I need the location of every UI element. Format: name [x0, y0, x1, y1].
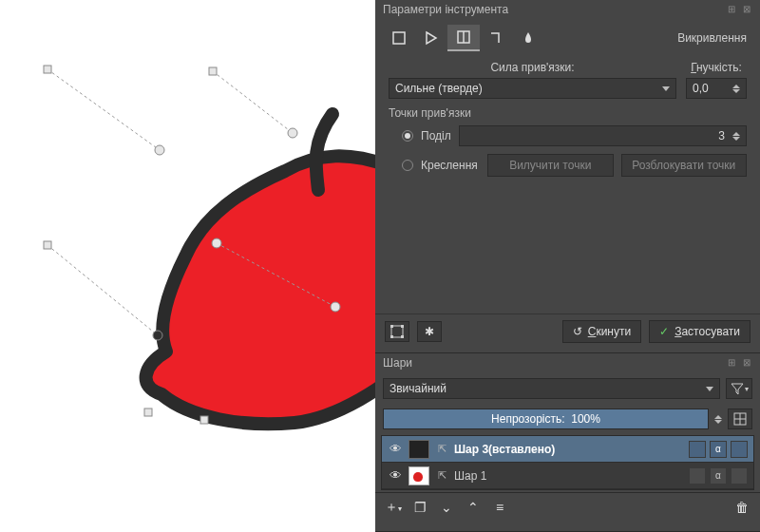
tool-options-panel: Параметри інструмента ⊞ ⊠ — [375, 0, 760, 353]
layer-lock-icon[interactable] — [689, 441, 706, 458]
delete-layer-button[interactable]: 🗑 — [733, 500, 750, 515]
panel-close-icon[interactable]: ⊠ — [743, 358, 752, 368]
subdiv-spinbox[interactable]: 3 — [459, 125, 747, 146]
deform-tab-5[interactable] — [512, 25, 544, 51]
draw-radio-label: Креслення — [421, 159, 480, 172]
apply-button[interactable]: ✓ Застосувати — [649, 320, 750, 343]
panel-menu-icon[interactable]: ⊞ — [728, 358, 737, 368]
chevron-up-icon[interactable] — [732, 85, 740, 88]
svg-marker-14 — [427, 32, 436, 44]
svg-point-9 — [155, 145, 164, 155]
anchors-section-label: Точки прив'язки — [389, 106, 747, 120]
subdiv-radio-row[interactable]: Поділ 3 — [402, 125, 747, 146]
svg-point-12 — [331, 302, 340, 312]
reset-button-label: Скинути — [588, 325, 631, 338]
layer-extra-icon[interactable] — [731, 441, 748, 458]
svg-rect-7 — [144, 408, 152, 416]
apply-icon: ✓ — [659, 325, 669, 338]
panel-close-icon[interactable]: ⊠ — [743, 5, 752, 14]
svg-rect-13 — [393, 32, 405, 44]
unlock-points-button: Розблокувати точки — [621, 154, 748, 177]
transform-aux-button[interactable]: ✱ — [417, 321, 442, 342]
move-layer-up-button[interactable]: ⌃ — [465, 500, 482, 515]
split-icon — [456, 29, 471, 45]
svg-rect-6 — [44, 241, 51, 249]
layer-name[interactable]: Шар 3(вставлено) — [454, 443, 683, 456]
move-layer-down-button[interactable]: ⌄ — [438, 500, 455, 515]
chevron-down-icon: ▾ — [745, 385, 749, 393]
layers-panel: Шари ⊞ ⊠ Звичайний ▾ Непрозорість: — [375, 353, 760, 532]
chevron-down-icon[interactable] — [714, 420, 722, 424]
radio-unchecked-icon — [402, 160, 413, 171]
svg-rect-21 — [401, 335, 404, 338]
layers-title: Шари — [383, 356, 412, 370]
deform-tab-3[interactable] — [447, 25, 480, 51]
svg-rect-18 — [390, 325, 393, 328]
deform-tab-2[interactable] — [415, 25, 447, 51]
visibility-toggle[interactable]: 👁 — [388, 468, 403, 483]
deform-tab-4[interactable] — [480, 25, 512, 51]
layer-link-icon[interactable]: ⇱ — [435, 469, 448, 482]
svg-point-11 — [212, 238, 221, 248]
layer-alpha-icon[interactable]: α — [710, 467, 727, 484]
chevron-up-icon[interactable] — [714, 415, 722, 419]
opacity-spin-buttons[interactable] — [714, 415, 722, 424]
layer-name[interactable]: Шар 1 — [454, 469, 683, 483]
layer-thumbnail[interactable] — [408, 466, 429, 485]
svg-line-2 — [48, 245, 158, 335]
opacity-extra-button[interactable] — [728, 408, 752, 429]
draw-radio-row[interactable]: Креслення Вилучити точки Розблокувати то… — [402, 154, 747, 177]
apply-button-label: Застосувати — [674, 325, 740, 338]
opacity-label: Непрозорість: — [491, 412, 565, 426]
chevron-down-icon — [662, 86, 670, 91]
opacity-value: 100% — [571, 412, 600, 426]
opacity-slider[interactable]: Непрозорість: 100% — [383, 408, 709, 429]
layer-thumbnail[interactable] — [408, 440, 429, 459]
chevron-down-icon[interactable] — [732, 137, 740, 141]
funnel-icon — [731, 382, 744, 395]
aux-icon: ✱ — [425, 325, 434, 338]
blend-mode-combo[interactable]: Звичайний — [383, 378, 720, 399]
subdiv-radio-label: Поділ — [421, 129, 451, 142]
artwork-svg — [0, 0, 390, 532]
svg-line-1 — [213, 71, 293, 133]
panel-menu-icon[interactable]: ⊞ — [728, 5, 737, 14]
duplicate-layer-button[interactable]: ❐ — [411, 500, 428, 515]
svg-line-0 — [48, 69, 160, 150]
layer-row[interactable]: 👁 ⇱ Шар 1 α — [382, 463, 753, 489]
apple-shape — [146, 156, 390, 424]
reset-button[interactable]: ↺ Скинути — [562, 320, 641, 343]
flex-label: Гнучкість: — [686, 61, 747, 74]
transform-bounds-button[interactable] — [385, 321, 409, 342]
flex-spinbox[interactable]: 0,0 — [686, 78, 747, 99]
bounds-icon — [390, 325, 404, 338]
tool-options-title: Параметри інструмента — [383, 3, 508, 16]
square-icon — [391, 30, 407, 46]
reset-icon: ↺ — [573, 325, 582, 338]
drop-icon — [521, 30, 536, 46]
canvas[interactable] — [0, 0, 384, 532]
binding-strength-label: Сила прив'язки: — [389, 61, 676, 74]
layer-link-icon[interactable]: ⇱ — [435, 443, 448, 455]
layer-extra-icon[interactable] — [731, 467, 748, 484]
deform-handle-active[interactable] — [153, 331, 162, 340]
add-layer-button[interactable]: ＋▾ — [385, 499, 402, 516]
subdiv-value: 3 — [718, 129, 725, 142]
layer-filter-button[interactable]: ▾ — [726, 378, 752, 399]
radio-checked-icon — [402, 130, 413, 142]
deform-tab-1[interactable] — [383, 25, 415, 51]
chevron-down-icon — [706, 387, 713, 391]
corner-icon — [488, 30, 504, 46]
layer-lock-icon[interactable] — [689, 467, 706, 484]
svg-rect-20 — [390, 335, 393, 338]
chevron-up-icon[interactable] — [732, 132, 740, 136]
flex-value: 0,0 — [693, 82, 709, 95]
binding-strength-combo[interactable]: Сильне (тверде) — [389, 78, 676, 99]
layer-properties-button[interactable]: ≡ — [491, 500, 508, 515]
chevron-down-icon[interactable] — [732, 89, 740, 93]
layer-alpha-icon[interactable]: α — [710, 441, 727, 458]
blend-mode-value: Звичайний — [390, 382, 446, 395]
layer-row[interactable]: 👁 ⇱ Шар 3(вставлено) α — [382, 436, 753, 463]
visibility-toggle[interactable]: 👁 — [388, 442, 403, 456]
grid-icon — [733, 412, 747, 426]
